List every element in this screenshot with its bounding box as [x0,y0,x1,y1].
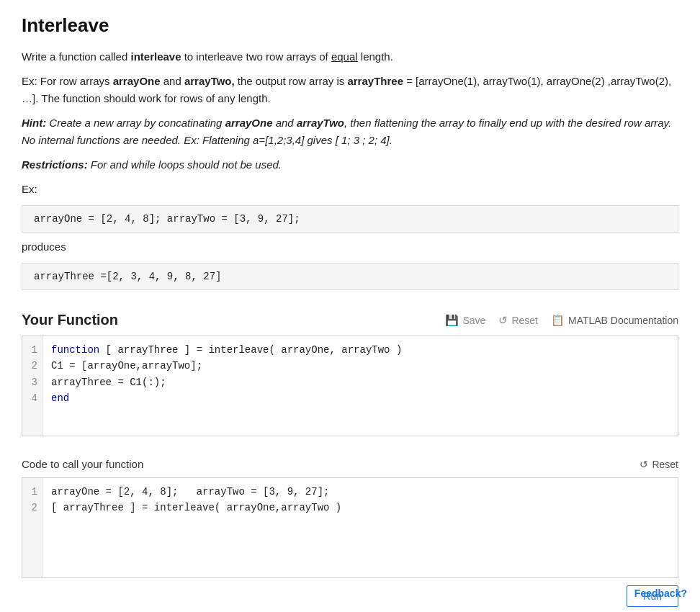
save-icon: 💾 [445,314,459,327]
function-editor[interactable]: 1 2 3 4 function [ arrayThree ] = interl… [22,336,678,436]
book-icon: 📋 [551,314,565,327]
desc-output-is: the output row array is [235,75,348,87]
code-to-call-editor[interactable]: 1 2 arrayOne = [2, 4, 8]; arrayTwo = [3,… [22,477,678,578]
code-to-call-content[interactable]: arrayOne = [2, 4, 8]; arrayTwo = [3, 9, … [42,478,678,577]
reset-label: Reset [511,315,538,326]
matlab-doc-label: MATLAB Documentation [568,315,678,326]
matlab-doc-button[interactable]: 📋 MATLAB Documentation [551,314,678,327]
reset-button[interactable]: ↺ Reset [498,314,538,327]
your-function-section: Your Function 💾 Save ↺ Reset 📋 MATLAB Do… [22,312,678,436]
line-num-2: 2 [27,358,37,374]
code-to-call-header: Code to call your function ↺ Reset [22,458,678,470]
code-reset-button[interactable]: ↺ Reset [640,459,678,470]
produces-label: produces [22,238,678,256]
desc-hint: Hint: Create a new array by concatinatin… [22,114,678,149]
reset-icon: ↺ [498,314,508,327]
hint-and: and [273,117,297,129]
toolbar: 💾 Save ↺ Reset 📋 MATLAB Documentation [445,314,678,327]
save-label: Save [462,315,485,326]
feedback-label: Feedback? [634,588,687,599]
your-function-header: Your Function 💾 Save ↺ Reset 📋 MATLAB Do… [22,312,678,328]
code-to-call-title: Code to call your function [22,458,640,470]
code-example1: arrayOne = [2, 4, 8]; arrayTwo = [3, 9, … [22,205,678,233]
hint-prefix: Create a new array by concatinating [46,117,225,129]
your-function-title: Your Function [22,312,445,328]
desc-length: length. [358,50,393,63]
desc-and: and [161,75,184,87]
feedback-button[interactable]: Feedback? [634,588,687,599]
desc-restrictions: Restrictions: For and while loops should… [22,156,678,174]
ex-label: Ex: [22,181,678,198]
hint-arrayTwo: arrayTwo [297,117,344,129]
description-section: Write a function called interleave to in… [22,48,678,290]
desc-to-interleave: to interleave two row arrays of [181,50,331,63]
line-num-1: 1 [27,342,37,358]
desc-interleave-bold: interleave [130,50,181,63]
run-btn-container: Run [22,585,678,607]
desc-arrayThree: arrayThree [347,75,403,87]
desc-line1: Write a function called interleave to in… [22,48,678,66]
code-to-call-section: Code to call your function ↺ Reset 1 2 a… [22,458,678,607]
page-title: Interleave [22,14,678,37]
save-button[interactable]: 💾 Save [445,314,485,327]
code-example2: arrayThree =[2, 3, 4, 9, 8, 27] [22,263,678,290]
code-reset-label: Reset [652,459,678,470]
hint-arrayOne: arrayOne [225,117,273,129]
desc-equal-underline: equal [331,50,358,63]
code-line-numbers: 1 2 [22,478,42,577]
desc-ex-prefix: Ex: For row arrays [22,75,113,87]
desc-write-prefix: Write a function called [22,50,130,63]
restrictions-label: Restrictions: [22,158,88,171]
hint-label: Hint: [22,117,46,129]
restrictions-text: For and while loops should not be used. [88,158,282,171]
function-code-content[interactable]: function [ arrayThree ] = interleave( ar… [42,336,678,436]
function-line-numbers: 1 2 3 4 [22,336,42,436]
desc-arrayTwo: arrayTwo, [184,75,235,87]
code-line-num-2: 2 [27,500,37,516]
desc-line2: Ex: For row arrays arrayOne and arrayTwo… [22,73,678,107]
desc-arrayOne: arrayOne [113,75,161,87]
line-num-4: 4 [27,390,37,406]
code-line-num-1: 1 [27,484,37,500]
line-num-3: 3 [27,374,37,390]
code-reset-icon: ↺ [640,459,648,470]
